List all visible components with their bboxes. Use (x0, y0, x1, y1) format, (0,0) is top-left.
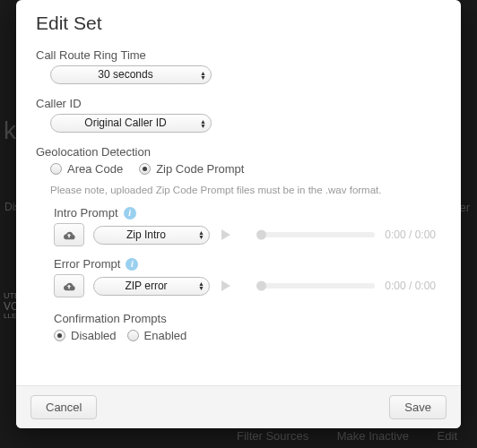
error-prompt-label: Error Prompt i (36, 257, 441, 271)
bg-link: Edit (438, 429, 457, 443)
error-play-button[interactable] (219, 280, 231, 292)
error-prompt-label-text: Error Prompt (54, 257, 120, 271)
bg-bottom-actions: Filter Sources Make Inactive Edit (212, 429, 457, 443)
confirmation-disabled-radio[interactable]: Disabled (54, 329, 117, 342)
bg-text: LLE (4, 312, 16, 320)
geolocation-label: Geolocation Detection (36, 145, 441, 159)
ring-time-group: Call Route Ring Time 30 seconds ▲▼ (36, 48, 441, 84)
radio-icon (50, 163, 62, 175)
intro-upload-button[interactable] (54, 223, 84, 246)
save-button[interactable]: Save (389, 395, 447, 419)
error-time-display: 0:00 / 0:00 (385, 280, 441, 292)
radio-icon (139, 163, 151, 175)
modal-footer: Cancel Save (16, 385, 461, 428)
cloud-upload-icon (62, 280, 76, 292)
caller-id-select[interactable]: Original Caller ID (50, 114, 212, 133)
info-icon: i (124, 207, 136, 220)
radio-label: Enabled (144, 329, 187, 342)
slider-thumb-icon (256, 281, 266, 291)
ring-time-select[interactable]: 30 seconds (50, 65, 212, 84)
caller-id-label: Caller ID (36, 97, 441, 110)
error-prompt-section: Error Prompt i ZIP error ▲▼ 0:00 / 0 (36, 257, 441, 297)
radio-label: Zip Code Prompt (156, 162, 244, 176)
intro-prompt-label: Intro Prompt i (36, 206, 441, 220)
intro-prompt-select[interactable]: Zip Intro (93, 226, 210, 245)
modal-body: Edit Set Call Route Ring Time 30 seconds… (16, 0, 461, 385)
error-upload-button[interactable] (54, 274, 84, 297)
radio-icon (54, 330, 65, 341)
modal-title: Edit Set (36, 13, 441, 34)
intro-progress-slider[interactable] (258, 232, 375, 237)
confirmation-section: Confirmation Prompts Disabled Enabled (36, 312, 441, 342)
confirmation-label: Confirmation Prompts (36, 312, 441, 325)
intro-prompt-section: Intro Prompt i Zip Intro ▲▼ 0:00 / 0 (36, 206, 441, 246)
error-prompt-select[interactable]: ZIP error (93, 277, 210, 296)
intro-prompt-select-wrap: Zip Intro ▲▼ (93, 226, 210, 245)
error-prompt-select-wrap: ZIP error ▲▼ (93, 277, 210, 296)
geolocation-hint: Please note, uploaded Zip Code Prompt fi… (36, 185, 441, 195)
confirmation-enabled-radio[interactable]: Enabled (127, 329, 187, 342)
edit-set-modal: Edit Set Call Route Ring Time 30 seconds… (16, 0, 461, 428)
caller-id-group: Caller ID Original Caller ID ▲▼ (36, 97, 441, 133)
geolocation-group: Geolocation Detection Area Code Zip Code… (36, 145, 441, 195)
ring-time-select-wrap: 30 seconds ▲▼ (50, 65, 212, 84)
cancel-button[interactable]: Cancel (30, 395, 97, 419)
intro-time-display: 0:00 / 0:00 (385, 228, 441, 241)
slider-thumb-icon (256, 230, 266, 240)
radio-icon (127, 330, 139, 341)
intro-play-button[interactable] (219, 228, 231, 241)
error-progress-slider[interactable] (258, 283, 375, 289)
bg-link: Filter Sources (237, 429, 308, 443)
cloud-upload-icon (62, 228, 76, 241)
caller-id-select-wrap: Original Caller ID ▲▼ (50, 114, 212, 133)
intro-prompt-label-text: Intro Prompt (54, 206, 118, 220)
radio-label: Area Code (67, 162, 123, 176)
bg-link: Make Inactive (337, 429, 409, 443)
confirmation-label-text: Confirmation Prompts (54, 312, 167, 325)
geolocation-area-code-radio[interactable]: Area Code (50, 162, 123, 176)
info-icon: i (126, 258, 138, 271)
geolocation-zip-code-radio[interactable]: Zip Code Prompt (139, 162, 244, 176)
radio-label: Disabled (71, 329, 117, 342)
ring-time-label: Call Route Ring Time (36, 48, 441, 62)
